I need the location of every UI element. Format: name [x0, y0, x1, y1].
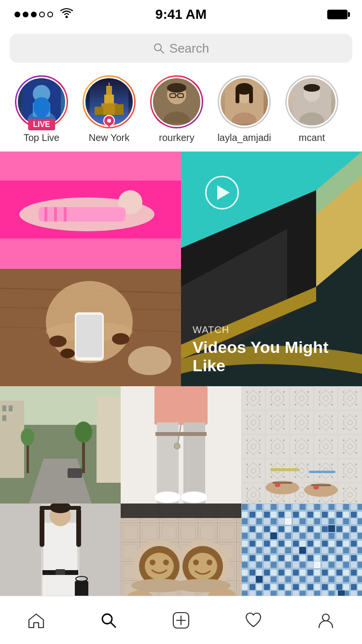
bottom-nav — [0, 596, 362, 644]
nav-add[interactable] — [162, 606, 200, 635]
svg-point-101 — [313, 486, 319, 490]
status-time: 9:41 AM — [155, 7, 207, 22]
search-nav-icon — [99, 611, 118, 630]
nav-search[interactable] — [89, 606, 128, 635]
svg-rect-148 — [328, 525, 335, 532]
svg-point-0 — [66, 16, 68, 18]
svg-rect-67 — [2, 415, 6, 421]
story-avatar-wrap-rourkery — [150, 75, 203, 128]
svg-point-133 — [207, 560, 212, 565]
svg-point-50 — [49, 336, 67, 347]
svg-point-20 — [167, 83, 186, 93]
battery-area — [327, 10, 348, 19]
watch-label: WATCH — [193, 324, 350, 336]
story-new-york[interactable]: New York — [75, 75, 143, 143]
svg-point-71 — [75, 421, 92, 443]
nav-home[interactable] — [17, 606, 56, 635]
tile-pattern[interactable] — [241, 386, 362, 504]
svg-rect-76 — [154, 386, 208, 425]
left-column — [0, 152, 181, 386]
ring-none-layla — [218, 75, 271, 128]
svg-rect-152 — [314, 561, 320, 568]
search-bar-container: Search — [0, 29, 362, 68]
search-icon — [153, 42, 165, 54]
live-badge: LIVE — [28, 119, 55, 130]
story-label-ny: New York — [89, 132, 130, 143]
svg-rect-149 — [256, 576, 263, 583]
svg-point-82 — [181, 491, 208, 503]
story-layla[interactable]: layla_amjadi — [210, 75, 278, 143]
svg-rect-147 — [299, 547, 306, 554]
story-mcant[interactable]: mcant — [278, 75, 346, 143]
svg-rect-29 — [249, 89, 253, 103]
svg-rect-38 — [39, 207, 125, 222]
svg-rect-13 — [109, 83, 110, 87]
svg-line-2 — [160, 50, 164, 54]
svg-rect-85 — [155, 432, 207, 436]
svg-point-129 — [150, 560, 155, 565]
svg-point-33 — [304, 84, 320, 92]
tile-food-bowl[interactable] — [0, 269, 181, 386]
svg-rect-68 — [97, 396, 121, 483]
svg-point-131 — [188, 553, 217, 580]
svg-rect-138 — [121, 504, 241, 518]
svg-rect-103 — [309, 471, 335, 473]
svg-point-100 — [275, 483, 280, 487]
svg-point-16 — [107, 119, 111, 123]
story-avatar-wrap-top-live: LIVE — [15, 75, 68, 128]
add-icon — [172, 611, 190, 630]
story-top-live[interactable]: LIVE Top Live — [8, 75, 75, 143]
avatar-layla — [219, 77, 269, 127]
dot-4 — [39, 12, 45, 17]
svg-rect-146 — [270, 532, 277, 539]
search-placeholder: Search — [169, 41, 209, 56]
tile-stairs-video[interactable]: WATCH Videos You Might Like — [181, 152, 362, 386]
tile-pink-lady[interactable] — [0, 152, 181, 269]
svg-rect-108 — [56, 569, 65, 576]
bottom-grid — [0, 386, 362, 621]
svg-point-163 — [322, 614, 329, 621]
svg-rect-116 — [76, 508, 81, 547]
ring-none-mcant — [285, 75, 338, 128]
story-rourkery[interactable]: rourkery — [143, 75, 210, 143]
heart-icon — [244, 611, 263, 630]
story-avatar-wrap-mcant — [285, 75, 338, 128]
watch-title: Videos You Might Like — [193, 338, 350, 375]
nav-profile[interactable] — [306, 606, 345, 635]
story-label-mcant: mcant — [299, 132, 325, 143]
dot-3 — [31, 12, 37, 17]
home-icon — [27, 611, 45, 630]
battery-icon — [327, 10, 348, 19]
svg-point-4 — [33, 85, 50, 102]
svg-rect-6 — [33, 102, 50, 117]
svg-point-128 — [145, 553, 174, 580]
tile-street[interactable] — [0, 386, 121, 504]
svg-point-84 — [174, 443, 180, 449]
tile-outfit[interactable] — [121, 386, 241, 504]
play-button[interactable] — [205, 176, 239, 210]
svg-rect-49 — [76, 315, 102, 357]
watch-overlay: WATCH Videos You Might Like — [193, 324, 350, 375]
svg-rect-64 — [0, 401, 24, 478]
svg-rect-102 — [270, 468, 299, 471]
dot-1 — [14, 12, 20, 17]
stories-row: LIVE Top Live — [0, 68, 362, 152]
nav-activity[interactable] — [234, 606, 273, 635]
svg-rect-66 — [9, 406, 13, 411]
svg-rect-12 — [115, 104, 124, 115]
profile-icon — [317, 611, 335, 630]
svg-rect-74 — [68, 468, 82, 478]
play-icon — [217, 185, 230, 200]
svg-point-81 — [154, 491, 181, 503]
ring-user-rourkery — [150, 75, 203, 128]
story-avatar-wrap-layla — [218, 75, 271, 128]
story-label-layla: layla_amjadi — [217, 132, 271, 143]
search-bar[interactable]: Search — [10, 34, 352, 63]
location-pin-badge — [102, 115, 116, 130]
svg-point-73 — [21, 428, 34, 446]
avatar-mcant — [287, 77, 337, 127]
wifi-icon — [60, 8, 73, 21]
svg-rect-151 — [285, 518, 292, 525]
signal-area — [14, 8, 73, 21]
dot-5 — [47, 12, 53, 17]
